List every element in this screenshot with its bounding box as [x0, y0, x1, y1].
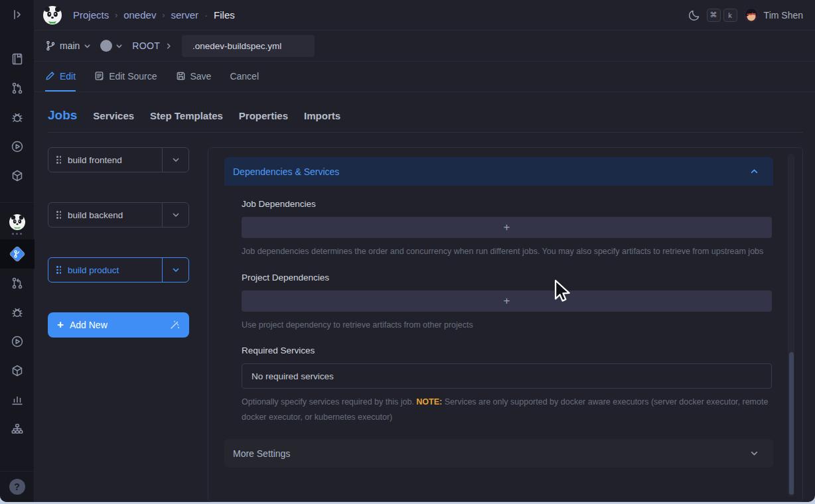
chevron-up-icon — [750, 167, 759, 176]
save-icon — [176, 71, 186, 81]
project-dependencies-label: Project Dependencies — [242, 273, 772, 283]
required-services-label: Required Services — [242, 346, 772, 355]
pencil-icon — [45, 71, 55, 81]
job-list: build frontend build backend — [48, 147, 189, 502]
breadcrumb: Projects › onedev › server · Files — [73, 9, 235, 21]
tab-services[interactable]: Services — [93, 110, 134, 121]
more-settings-header[interactable]: More Settings — [224, 439, 773, 468]
user-circle-icon — [100, 40, 112, 52]
edit-toolbar: Edit Edit Source Save Cancel — [35, 62, 815, 92]
user-avatar — [744, 8, 759, 23]
job-dependencies-label: Job Dependencies — [242, 199, 772, 209]
card-scrollbar-track[interactable] — [788, 153, 794, 497]
sidebar-divider — [0, 202, 35, 203]
sidebar-item-builds[interactable] — [0, 327, 35, 356]
k-key-badge: k — [723, 9, 737, 22]
tab-properties[interactable]: Properties — [239, 110, 288, 121]
breadcrumb-current-files: Files — [214, 9, 235, 21]
chevron-down-icon — [750, 449, 759, 458]
top-header: Projects › onedev › server · Files ⌘ k T… — [35, 0, 815, 31]
branch-selector[interactable]: main — [45, 40, 91, 51]
bug-icon — [11, 111, 24, 124]
sidebar-item-packages-global[interactable] — [0, 161, 35, 190]
project-dependencies-help: Use project dependency to retrieve artif… — [242, 318, 772, 333]
onedev-logo[interactable] — [42, 5, 62, 25]
job-menu-caret[interactable] — [162, 148, 188, 172]
chevron-down-icon — [172, 266, 180, 274]
required-services-input[interactable]: No required services — [242, 363, 772, 389]
job-menu-caret[interactable] — [162, 258, 188, 282]
sidebar-collapse-icon[interactable] — [11, 7, 24, 23]
breadcrumb-projects[interactable]: Projects — [73, 9, 109, 21]
tab-edit[interactable]: Edit — [45, 62, 76, 92]
breadcrumb-separator: › — [115, 11, 117, 20]
package-icon — [11, 169, 24, 182]
note-label: NOTE: — [416, 397, 442, 407]
more-dots-icon — [12, 233, 22, 235]
branch-name: main — [60, 40, 80, 51]
magic-wand-icon — [169, 320, 180, 330]
user-filter-selector[interactable] — [100, 40, 123, 52]
add-project-dependency-button[interactable]: + — [242, 290, 772, 312]
job-item-build-backend[interactable]: build backend — [48, 202, 189, 227]
play-circle-icon — [11, 335, 24, 348]
content-area: Jobs Services Step Templates Properties … — [35, 92, 815, 502]
required-services-help: Optionally specify services required by … — [242, 395, 772, 424]
user-menu[interactable]: Tim Shen — [744, 8, 803, 23]
job-dependencies-help: Job dependencies determines the order an… — [242, 244, 772, 259]
sidebar-item-pull-requests-global[interactable] — [0, 74, 35, 103]
breadcrumb-server[interactable]: server — [171, 9, 198, 21]
help-icon[interactable]: ? — [9, 479, 25, 495]
job-menu-caret[interactable] — [162, 203, 188, 227]
buildspec-section-tabs: Jobs Services Step Templates Properties … — [48, 92, 803, 133]
sidebar-item-files-selected[interactable] — [0, 239, 35, 269]
breadcrumb-onedev[interactable]: onedev — [123, 9, 156, 21]
card-scrollbar-thumb[interactable] — [789, 352, 794, 495]
hierarchy-icon — [11, 422, 24, 436]
cmd-key-badge: ⌘ — [707, 9, 721, 22]
sidebar-item-issues[interactable] — [0, 298, 35, 327]
bug-icon — [11, 306, 24, 319]
user-name: Tim Shen — [764, 10, 803, 21]
cancel-button[interactable]: Cancel — [230, 62, 259, 92]
breadcrumb-dot-separator: · — [204, 9, 208, 21]
panel-title: Dependencies & Services — [233, 166, 339, 177]
root-breadcrumb[interactable]: ROOT — [132, 40, 160, 51]
sidebar-item-docs[interactable] — [0, 44, 35, 74]
sidebar-project-avatar[interactable] — [9, 214, 25, 235]
chevron-down-icon — [172, 211, 180, 219]
save-button[interactable]: Save — [176, 62, 212, 92]
drag-handle-icon[interactable] — [56, 266, 61, 274]
drag-handle-icon[interactable] — [56, 156, 61, 164]
drag-handle-icon[interactable] — [56, 211, 61, 219]
dependencies-services-header[interactable]: Dependencies & Services — [224, 157, 773, 186]
job-item-build-frontend[interactable]: build frontend — [48, 147, 189, 172]
job-item-build-product-selected[interactable]: build product — [48, 257, 189, 283]
sidebar-item-packages[interactable] — [0, 356, 35, 385]
sidebar-item-pull-requests[interactable] — [0, 269, 35, 298]
sidebar-item-builds-global[interactable] — [0, 132, 35, 161]
pull-request-icon — [11, 277, 24, 290]
dark-mode-toggle-icon[interactable] — [688, 9, 700, 21]
package-icon — [11, 364, 24, 377]
chevron-down-icon — [172, 156, 180, 164]
app-window: ? Projects › onedev › server · Files ⌘ — [0, 0, 815, 502]
tab-step-templates[interactable]: Step Templates — [150, 110, 223, 121]
plus-icon: + — [57, 318, 64, 332]
sidebar-item-issues-global[interactable] — [0, 103, 35, 132]
tab-jobs[interactable]: Jobs — [48, 108, 77, 123]
job-detail-card: Dependencies & Services Job Dependencies… — [208, 147, 803, 502]
sidebar-item-stats[interactable] — [0, 385, 35, 414]
sidebar-item-child-projects[interactable] — [0, 414, 35, 444]
tab-imports[interactable]: Imports — [304, 110, 340, 121]
play-circle-icon — [11, 140, 24, 153]
dependencies-services-body: Job Dependencies + Job dependencies dete… — [224, 186, 773, 427]
tab-edit-source[interactable]: Edit Source — [94, 62, 157, 92]
git-diamond-icon — [9, 245, 26, 263]
file-name-input[interactable]: .onedev-buildspec.yml — [182, 35, 315, 57]
bar-chart-icon — [11, 393, 24, 407]
sidebar: ? — [0, 0, 35, 502]
git-branch-icon — [45, 40, 56, 51]
add-job-dependency-button[interactable]: + — [242, 217, 772, 238]
add-new-job-button[interactable]: + Add New — [48, 312, 189, 338]
